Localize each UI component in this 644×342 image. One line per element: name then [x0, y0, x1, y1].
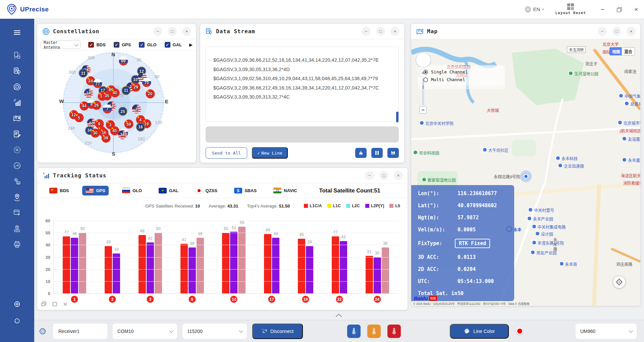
mini-close-icon[interactable] [63, 302, 67, 308]
line-color-button[interactable]: Line Color [450, 324, 509, 339]
menu-icon[interactable] [9, 25, 25, 40]
module-select[interactable]: UM960 [576, 324, 637, 339]
panel-maximize-button[interactable]: □ [612, 27, 621, 36]
mini-maximize-icon[interactable] [52, 302, 57, 308]
window-export-icon[interactable] [9, 205, 25, 221]
tab-gal[interactable]: GAL [155, 186, 181, 195]
tab-bds[interactable]: BDS [46, 186, 72, 195]
y-axis-tick: 50 [40, 230, 50, 235]
com-port-select[interactable]: COM10 [113, 324, 177, 339]
route-config-icon[interactable] [9, 142, 25, 158]
tab-qzss[interactable]: QZSS [192, 186, 221, 195]
minimize-button[interactable]: − [601, 6, 604, 12]
map-layer-button[interactable]: 地图 [609, 47, 623, 55]
map-canvas[interactable]: 东玉河桥北京大学国际张庄子阎家洼玉河湿地公园北京协和医院北院区大悦城北京中关村学… [411, 39, 640, 306]
single-channel-radio[interactable]: Single Channel [423, 69, 499, 74]
current-line-color-dot[interactable] [516, 328, 523, 335]
locate-button[interactable] [613, 276, 626, 288]
pan-right-icon[interactable] [426, 58, 429, 62]
panel-maximize-button[interactable]: □ [376, 27, 385, 36]
baidu-map-tag: 地图 [429, 296, 437, 301]
position-pin-icon[interactable] [9, 189, 25, 205]
legend-item: L1C/A [304, 204, 322, 208]
overlay-row: 2D ACC:0.0204 [418, 266, 509, 272]
scrollbar-thumb[interactable] [396, 112, 398, 122]
thermometer-orange-button[interactable] [367, 325, 381, 338]
tab-sbas[interactable]: SSBAS [231, 186, 260, 195]
device-settings-icon[interactable] [9, 174, 25, 189]
save-icon[interactable] [387, 148, 399, 158]
mini-restore-icon[interactable] [41, 301, 46, 308]
baud-rate-select[interactable]: 115200 [182, 324, 247, 339]
zoom-out-button[interactable]: − [419, 106, 427, 114]
gridline [54, 221, 398, 221]
tracking-status-icon[interactable] [9, 95, 25, 110]
pan-down-icon[interactable] [422, 62, 425, 66]
restore-button[interactable] [617, 7, 622, 11]
bar: 55 [238, 227, 246, 293]
map-label: 邓庄南路 [616, 261, 632, 267]
map-label: 消防救援站 [623, 180, 640, 186]
panel-maximize-button[interactable]: □ [379, 171, 388, 180]
overlay-value: 116.236610677 [458, 190, 497, 196]
compass-west: W [59, 98, 64, 104]
tab-label: GAL [169, 188, 178, 193]
bar: 30 [374, 257, 381, 294]
clear-icon[interactable] [355, 148, 367, 158]
toolbar-next-arrow-icon[interactable]: ▶ [189, 42, 193, 47]
bar: 46 [272, 238, 279, 293]
tab-gps[interactable]: GPS [82, 186, 108, 195]
system-checkbox-glo[interactable]: ✓GLO [139, 42, 156, 48]
system-checkbox-gal[interactable]: ✓GAL [165, 42, 182, 48]
tab-glo[interactable]: GLO [119, 186, 145, 195]
gauge-icon[interactable] [9, 158, 25, 173]
settings-icon[interactable] [9, 296, 25, 312]
panel-close-button[interactable]: × [390, 27, 399, 36]
language-selector[interactable]: EN ▾ [525, 6, 544, 13]
panel-maximize-button[interactable]: □ [168, 27, 177, 36]
printer-icon[interactable] [9, 237, 25, 252]
pan-up-icon[interactable] [422, 54, 425, 58]
y-axis-tick: 60 [40, 218, 50, 223]
disconnect-button[interactable]: Disconnect [252, 324, 303, 339]
overlay-value: 0.0113 [458, 254, 476, 260]
data-stream-icon[interactable] [9, 63, 25, 79]
panel-close-button[interactable]: × [627, 27, 636, 36]
panel-close-button[interactable]: × [394, 171, 403, 180]
antenna-select[interactable]: Master Antenna [41, 41, 81, 49]
map-icon[interactable] [9, 111, 25, 126]
map-pan-control[interactable] [416, 53, 431, 67]
nmea-output[interactable]: $GAGSV,3,2,09,36,66,212,52,16,16,134,41,… [206, 47, 399, 122]
log-edit-icon[interactable] [9, 126, 25, 142]
refresh-icon[interactable] [9, 313, 25, 329]
command-input[interactable] [206, 126, 399, 142]
send-to-all-button[interactable]: Send to All [206, 147, 247, 159]
close-button[interactable]: × [634, 6, 638, 12]
connection-status-icon [40, 328, 46, 334]
checkbox-checked-icon: ✓ [139, 42, 145, 48]
multi-channel-radio[interactable]: Multi Channel [423, 77, 499, 82]
panel-minimize-button[interactable]: − [153, 27, 162, 36]
system-checkbox-gps[interactable]: ✓GPS [114, 42, 131, 48]
thermometer-blue-button[interactable] [347, 325, 361, 338]
device-connect-icon[interactable] [9, 48, 25, 63]
thermometer-red-button[interactable] [387, 325, 401, 338]
receiver-name-input[interactable] [53, 324, 107, 339]
tab-navic[interactable]: NAVIC [270, 186, 300, 195]
firmware-upload-icon[interactable] [9, 221, 25, 236]
panel-minimize-button[interactable]: − [598, 27, 607, 36]
layout-reset-button[interactable]: Layout Reset [555, 3, 586, 15]
hybrid-layer-button[interactable]: 混合 [622, 47, 635, 55]
panel-close-button[interactable]: × [182, 27, 191, 36]
panel-minimize-button[interactable]: − [365, 171, 374, 180]
tracking-status-panel: Tracking Status − □ × BDSGPSGLOGALQZSSSS… [37, 168, 408, 310]
system-checkbox-bds[interactable]: ✓BDS [88, 42, 105, 48]
pan-left-icon[interactable] [418, 58, 421, 62]
bar-value: 46 [72, 231, 77, 236]
new-line-button[interactable]: ✓ New Line [252, 147, 287, 159]
collapse-bottombar-button[interactable] [333, 312, 345, 319]
constellation-icon[interactable] [9, 79, 25, 95]
pause-icon[interactable] [371, 148, 383, 158]
gridline [54, 245, 398, 245]
panel-minimize-button[interactable]: − [362, 27, 371, 36]
